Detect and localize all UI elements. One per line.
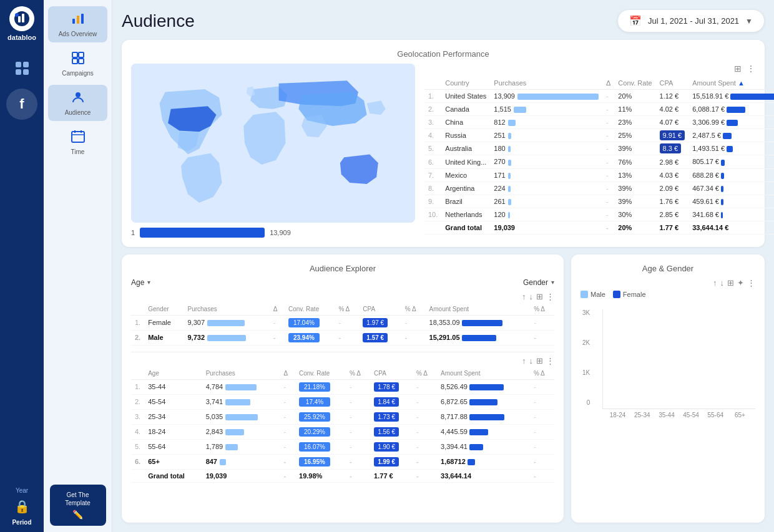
- th-amount-spent[interactable]: Amount Spent ▲: [688, 77, 774, 90]
- th-conv-rate[interactable]: Conv. Rate: [614, 77, 655, 90]
- th-country-name[interactable]: Country: [441, 77, 490, 90]
- sort-down-icon-2[interactable]: ↓: [529, 356, 534, 365]
- row-delta: -: [602, 195, 614, 208]
- row-purchases: 261: [490, 195, 602, 208]
- map-bar: [140, 228, 265, 238]
- th-g-convrate[interactable]: Conv. Rate: [285, 303, 335, 316]
- row-cpa: 2.09 €: [656, 181, 689, 195]
- more-icon-2[interactable]: ⋮: [546, 356, 554, 365]
- th-delta: Δ: [602, 77, 614, 90]
- lock-icon[interactable]: 🔒: [14, 499, 30, 514]
- chart-x-label: 65+: [728, 412, 752, 418]
- sort-up-icon-2[interactable]: ↑: [522, 356, 526, 365]
- row-cpa: 8.3 €: [656, 142, 689, 155]
- age-table-row: 1. 35-44 4,784 - 21.18% - 1.78 € - 8,526…: [131, 379, 554, 394]
- sidebar-item-time[interactable]: Time: [48, 124, 107, 160]
- row-cpa: 1.12 €: [656, 90, 689, 103]
- row-convrate: 13%: [614, 168, 655, 181]
- age-table-row: 2. 45-54 3,741 - 17.4% - 1.84 € - 6,872.…: [131, 394, 554, 409]
- ag-more-icon[interactable]: ⋮: [747, 278, 755, 288]
- facebook-icon: f: [19, 96, 24, 112]
- gender-table-actions: ↑ ↓ ⊞ ⋮: [131, 292, 554, 301]
- ag-sort-down-icon[interactable]: ↓: [720, 278, 725, 288]
- row-convrate: 11%: [614, 103, 655, 116]
- row-delta: -: [602, 142, 614, 155]
- row-amount: 467.34 €: [688, 181, 774, 195]
- ag-export-icon[interactable]: ⊞: [727, 278, 734, 288]
- th-purchases[interactable]: Purchases: [490, 77, 602, 90]
- export-icon-2[interactable]: ⊞: [536, 356, 543, 365]
- th-g-num: [131, 303, 144, 316]
- th-g-cpa[interactable]: CPA: [359, 303, 401, 316]
- filter-row: Age ▾ Gender ▾: [131, 278, 554, 287]
- facebook-icon-btn[interactable]: f: [6, 89, 37, 120]
- row-delta: -: [602, 129, 614, 142]
- legend-male-dot: [580, 291, 588, 298]
- chart-legend: Male Female: [580, 291, 755, 298]
- th-a-purchases[interactable]: Purchases: [202, 367, 280, 380]
- geo-table-row: 3. China 812 - 23% 4.07 € 3,306.99 € -: [424, 116, 774, 129]
- row-purchases: 251: [490, 129, 602, 142]
- row-num: 8.: [424, 181, 441, 195]
- date-picker[interactable]: 📅 Jul 1, 2021 - Jul 31, 2021 ▼: [617, 9, 765, 32]
- sort-up-icon[interactable]: ↑: [522, 292, 526, 301]
- th-a-delta: Δ: [280, 367, 295, 380]
- ag-settings-icon[interactable]: ✦: [737, 278, 744, 288]
- sidebar-item-audience[interactable]: Audience: [48, 85, 107, 121]
- row-num: 3.: [424, 116, 441, 129]
- settings-icon[interactable]: ⋮: [546, 292, 554, 301]
- expand-icon[interactable]: ⊞: [734, 64, 742, 74]
- th-a-pctd1: % Δ: [346, 367, 370, 380]
- campaigns-label: Campaigns: [62, 70, 94, 77]
- side-nav: Ads Overview Campaigns Audience: [44, 0, 112, 532]
- grid-icon-btn[interactable]: [6, 52, 37, 84]
- age-grand-total-row: Grand total 19,039 - 19.98% - 1.77 € - 3…: [131, 469, 554, 482]
- row-num: 10.: [424, 208, 441, 221]
- th-a-convrate[interactable]: Conv. Rate: [295, 367, 346, 380]
- row-num: 9.: [424, 195, 441, 208]
- row-num: 2.: [424, 103, 441, 116]
- age-table-row: 5. 55-64 1,789 - 16.07% - 1.90 € - 3,394…: [131, 439, 554, 454]
- row-convrate: 30%: [614, 208, 655, 221]
- ads-overview-icon: [71, 11, 86, 28]
- map-bar-area: 1 13,909: [131, 228, 415, 238]
- th-cpa[interactable]: CPA: [656, 77, 689, 90]
- date-range-text: Jul 1, 2021 - Jul 31, 2021: [648, 16, 739, 26]
- th-a-age[interactable]: Age: [144, 367, 202, 380]
- row-purchases: 224: [490, 181, 602, 195]
- th-a-cpa[interactable]: CPA: [370, 367, 413, 380]
- age-filter[interactable]: Age ▾: [131, 278, 150, 287]
- th-g-amount[interactable]: Amount Spent: [426, 303, 531, 316]
- svg-rect-12: [72, 132, 84, 142]
- sidebar-item-campaigns[interactable]: Campaigns: [48, 46, 107, 82]
- grand-total-delta: -: [602, 221, 614, 234]
- geo-table: Country Purchases Δ Conv. Rate CPA Amoun…: [424, 77, 774, 235]
- row-amount: 459.61 €: [688, 195, 774, 208]
- svg-rect-1: [18, 16, 21, 22]
- period-label: Period: [12, 519, 31, 526]
- row-cpa: 2.85 €: [656, 208, 689, 221]
- ag-header: ↑ ↓ ⊞ ✦ ⋮: [580, 278, 755, 288]
- more-icon[interactable]: ⋮: [747, 64, 755, 74]
- get-template-btn[interactable]: Get TheTemplate ✏️: [50, 485, 106, 526]
- row-country: Australia: [441, 142, 490, 155]
- th-g-gender[interactable]: Gender: [144, 303, 184, 316]
- gender-filter[interactable]: Gender ▾: [523, 278, 554, 287]
- logo-area: databloo: [7, 6, 36, 41]
- ag-sort-up-icon[interactable]: ↑: [713, 278, 717, 288]
- th-g-purchases[interactable]: Purchases: [184, 303, 269, 316]
- age-table: Age Purchases Δ Conv. Rate % Δ CPA % Δ A…: [131, 367, 554, 483]
- row-cpa: 4.03 €: [656, 168, 689, 181]
- th-a-amount[interactable]: Amount Spent: [437, 367, 530, 380]
- sidebar-item-ads-overview[interactable]: Ads Overview: [48, 6, 107, 42]
- y-label-3k: 3K: [582, 309, 590, 316]
- svg-rect-6: [81, 14, 84, 24]
- geo-grand-total-row: Grand total 19,039 - 20% 1.77 € 33,644.1…: [424, 221, 774, 234]
- row-purchases: 1,515: [490, 103, 602, 116]
- gender-filter-label: Gender: [523, 278, 548, 287]
- export-icon[interactable]: ⊞: [536, 292, 543, 301]
- icon-bar: databloo f Year 🔒 Period: [0, 0, 44, 532]
- age-table-row: 4. 18-24 2,843 - 20.29% - 1.56 € - 4,445…: [131, 424, 554, 439]
- sort-down-icon[interactable]: ↓: [529, 292, 534, 301]
- row-delta: -: [602, 155, 614, 168]
